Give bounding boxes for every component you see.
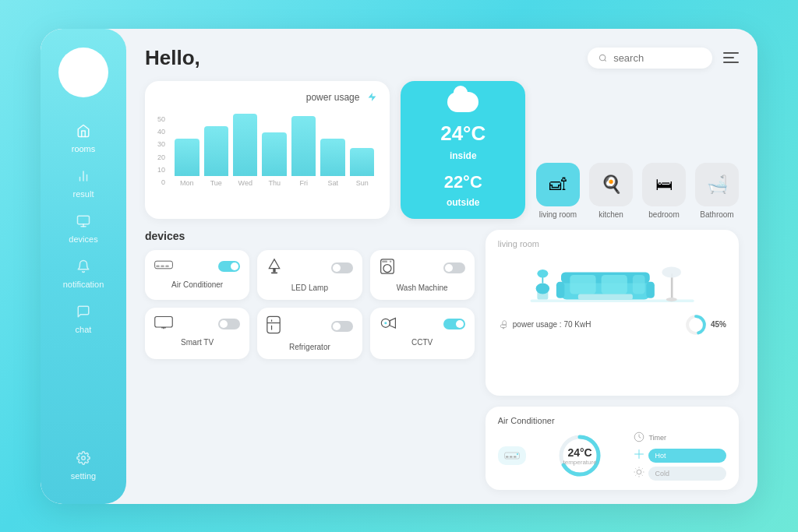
bar-group-sat	[320, 139, 344, 176]
chat-icon	[76, 305, 90, 322]
room-label-kitchen: kitchen	[598, 210, 623, 219]
room-btn-kitchen[interactable]: 🍳kitchen	[589, 163, 633, 219]
toggle-fridge[interactable]	[331, 321, 353, 332]
search-input[interactable]	[613, 52, 701, 64]
chart-y-axis: 50 40 30 20 10 0	[157, 115, 168, 187]
chart-label-thu: Thu	[262, 179, 286, 187]
room-label-living_room: living room	[539, 210, 577, 219]
toggle-ac[interactable]	[218, 261, 240, 272]
bar-group-tue	[204, 126, 228, 176]
device-card-washer: Wash Machine	[370, 250, 475, 300]
device-name-ac: Air Conditioner	[154, 280, 240, 289]
greeting-text: Hello,	[145, 46, 200, 70]
living-room-title: living room	[498, 239, 726, 248]
chart-label-mon: Mon	[175, 179, 199, 187]
inside-label: inside	[450, 150, 477, 161]
svg-rect-53	[514, 456, 517, 458]
room-label-bathroom: Bathroom	[700, 210, 733, 219]
svg-rect-12	[161, 265, 164, 266]
living-room-card: living room	[486, 230, 739, 396]
sidebar-item-notification[interactable]: notification	[41, 252, 126, 297]
room-illustration	[498, 253, 726, 308]
svg-rect-16	[271, 272, 277, 273]
cold-control[interactable]: Cold	[634, 467, 726, 481]
sidebar-item-result[interactable]: result	[41, 161, 126, 206]
inside-temp: 24°C	[440, 122, 486, 146]
svg-rect-39	[578, 294, 633, 299]
device-card-ac: Air Conditioner	[145, 250, 249, 300]
svg-line-62	[642, 475, 643, 476]
device-card-lamp: LED Lamp	[257, 250, 362, 300]
chart-icon	[76, 169, 90, 187]
weather-card: 24°C inside 22°C outside	[401, 81, 525, 219]
hot-control[interactable]: Hot	[634, 449, 726, 463]
chart-labels: MonTueWedThuFriSatSun	[171, 176, 377, 187]
ac-unit-icon	[504, 451, 520, 460]
device-top-ac	[154, 258, 240, 276]
menu-button[interactable]	[723, 52, 739, 63]
home-icon	[76, 124, 90, 142]
svg-rect-36	[570, 275, 595, 294]
gauge-circle: 24°C temperature	[556, 432, 603, 479]
sidebar-label-chat: chat	[76, 325, 92, 334]
svg-rect-35	[646, 281, 655, 298]
cloud-icon	[447, 92, 478, 112]
devices-grid: Air ConditionerLED LampWash MachineSmart…	[145, 250, 475, 359]
chart-label-fri: Fri	[291, 179, 316, 187]
svg-rect-19	[382, 260, 387, 262]
sidebar-item-chat[interactable]: chat	[41, 297, 126, 342]
bar-sun	[350, 148, 374, 175]
toggle-tv[interactable]	[218, 319, 240, 329]
toggle-cctv[interactable]	[443, 319, 465, 329]
device-top-washer	[380, 258, 465, 279]
room-icon-bathroom: 🛁	[695, 163, 739, 206]
sidebar-item-devices[interactable]: devices	[41, 206, 126, 252]
sidebar-item-setting[interactable]: setting	[41, 443, 126, 488]
devices-title: devices	[145, 230, 475, 242]
dashboard: rooms result devices	[41, 29, 757, 504]
search-bar[interactable]	[588, 48, 712, 69]
svg-point-58	[637, 470, 641, 474]
svg-rect-24	[267, 316, 280, 333]
room-btn-bathroom[interactable]: 🛁Bathroom	[695, 163, 739, 219]
power-left: power usage : 70 KwH	[498, 319, 591, 330]
toggle-lamp[interactable]	[331, 262, 353, 273]
room-btn-living_room[interactable]: 🛋living room	[536, 163, 580, 219]
svg-rect-34	[556, 281, 565, 298]
monitor-icon	[76, 214, 90, 232]
toggle-washer[interactable]	[443, 262, 465, 273]
device-name-fridge: Refrigerator	[267, 343, 352, 351]
header-right	[588, 48, 739, 69]
chart-label-sat: Sat	[320, 179, 344, 187]
device-icon-lamp	[267, 258, 282, 279]
chart-label-tue: Tue	[204, 179, 228, 187]
ac-icon	[498, 446, 526, 465]
chart-label-wed: Wed	[233, 179, 257, 187]
sidebar-label-setting: setting	[71, 471, 96, 481]
ac-controls: Timer Hot	[634, 432, 726, 481]
room-btn-bedroom[interactable]: 🛏bedroom	[642, 163, 686, 219]
outside-temp: 22°C	[444, 172, 482, 192]
living-room-scene	[498, 253, 726, 308]
avatar	[58, 48, 108, 97]
hot-button[interactable]: Hot	[648, 449, 726, 463]
device-icon-cctv	[380, 315, 397, 333]
svg-line-61	[636, 468, 637, 469]
cold-button[interactable]: Cold	[648, 467, 726, 481]
header: Hello,	[145, 46, 739, 70]
chart-bars-container: MonTueWedThuFriSatSun	[171, 114, 377, 187]
gauge-text: 24°C temperature	[563, 446, 597, 466]
sidebar-item-rooms[interactable]: rooms	[41, 116, 126, 161]
svg-marker-9	[369, 93, 376, 101]
svg-line-8	[605, 59, 606, 61]
timer-control: Timer	[634, 432, 726, 445]
power-percent: 45%	[711, 320, 726, 329]
device-icon-tv	[154, 315, 173, 333]
power-donut-chart	[685, 314, 707, 336]
device-card-tv: Smart TV	[145, 308, 249, 359]
bar-thu	[262, 132, 286, 176]
plug-icon	[498, 319, 509, 330]
right-panels: living room	[486, 230, 739, 490]
svg-rect-47	[500, 325, 506, 328]
svg-rect-38	[633, 275, 645, 294]
